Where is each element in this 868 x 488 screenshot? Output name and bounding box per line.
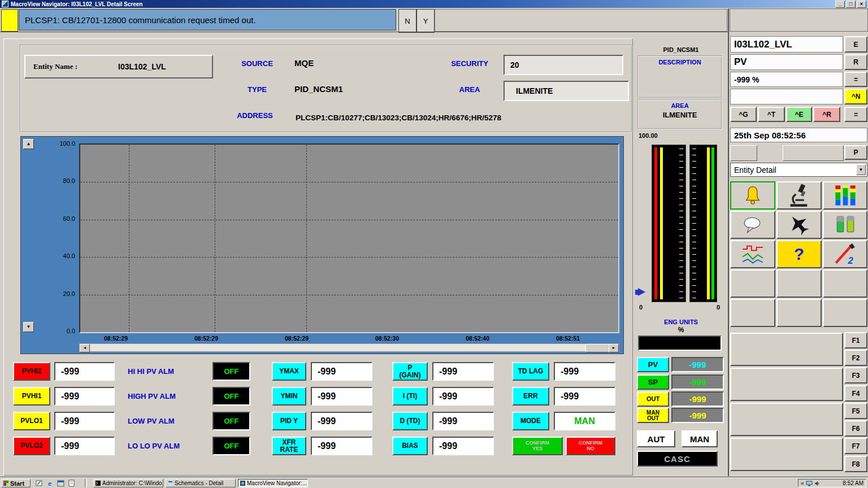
start-button[interactable]: Start: [1, 479, 31, 487]
f1-button[interactable]: F1: [844, 332, 867, 348]
tag-pvlo1-button[interactable]: PVLO1: [13, 412, 50, 430]
task-macroview[interactable]: MacroView Navigator:...: [238, 479, 308, 487]
soft-key-button[interactable]: [730, 368, 843, 401]
tray-expand-icon[interactable]: «: [801, 480, 804, 486]
xfr-rate-value-field[interactable]: -999: [311, 437, 372, 455]
alarm-ack-yes-button[interactable]: Y: [416, 9, 435, 33]
task-schematics[interactable]: Schematics - Detail: [166, 479, 236, 487]
tag-pvhi2-button[interactable]: PVHI2: [13, 362, 50, 381]
scroll-right-button[interactable]: ►: [609, 344, 619, 352]
view-selector-dropdown[interactable]: Entity Detail ▼: [730, 163, 867, 177]
i-ti-value-field[interactable]: -999: [432, 387, 494, 406]
blank-function-button[interactable]: [776, 299, 822, 327]
gauge-bar-right: [689, 145, 717, 302]
ymax-value-field[interactable]: -999: [311, 362, 372, 381]
soft-key-button[interactable]: [730, 403, 843, 436]
ymin-value-field[interactable]: -999: [311, 387, 372, 406]
blank-function-button[interactable]: [730, 299, 775, 327]
tag-pidy-button[interactable]: PID Y: [272, 412, 306, 430]
tag-td-lag-button[interactable]: TD LAG: [512, 362, 549, 381]
trend-h-scrollbar[interactable]: ◄ ►: [79, 343, 619, 352]
casc-button[interactable]: CASC: [637, 451, 718, 467]
confirm-yes-button[interactable]: CONFIRM YES: [512, 437, 563, 455]
man-button[interactable]: MAN: [682, 430, 718, 447]
key-caret-n-button[interactable]: ^N: [844, 89, 867, 104]
display-icon[interactable]: [806, 481, 813, 486]
key-caret-t-button[interactable]: ^T: [758, 107, 785, 122]
f4-button[interactable]: F4: [844, 385, 867, 402]
inspect-button[interactable]: [776, 181, 822, 210]
pvlo2-value-field[interactable]: -999: [54, 437, 115, 455]
tag-pvhi1-button[interactable]: PVHI1: [13, 387, 50, 406]
chevron-down-icon[interactable]: ▼: [856, 164, 866, 175]
d-td-value-field[interactable]: -999: [432, 412, 494, 430]
out-tag-button[interactable]: OUT: [637, 391, 669, 407]
key-p-button[interactable]: P: [844, 145, 867, 160]
bias-value-field[interactable]: -999: [432, 437, 494, 455]
trend-view-button[interactable]: [730, 240, 775, 268]
alarm-ack-no-button[interactable]: N: [398, 9, 416, 33]
overview-button[interactable]: [776, 211, 822, 239]
tag-mode-button[interactable]: MODE: [512, 412, 549, 430]
soft-key-button[interactable]: [730, 333, 843, 366]
pvlo1-desc: LOW PV ALM: [128, 412, 175, 430]
f8-button[interactable]: F8: [844, 456, 867, 472]
task-administrator[interactable]: Administrator: C:\Windo...: [93, 479, 163, 487]
document-app-icon[interactable]: [66, 479, 76, 487]
f5-button[interactable]: F5: [844, 403, 867, 419]
pv-tag-button[interactable]: PV: [637, 357, 669, 372]
blank-function-button[interactable]: [823, 299, 867, 327]
tag-i-ti-button[interactable]: I (TI): [392, 387, 428, 406]
f3-button[interactable]: F3: [844, 367, 867, 384]
volume-icon[interactable]: [814, 481, 820, 486]
soft-key-button[interactable]: [730, 438, 843, 471]
edit-button[interactable]: 2: [823, 240, 867, 268]
tag-xfr-rate-button[interactable]: XFR RATE: [272, 437, 306, 455]
f2-button[interactable]: F2: [844, 350, 867, 366]
help-button[interactable]: ?: [776, 240, 822, 268]
blank-function-button[interactable]: [730, 269, 775, 298]
tag-err-button[interactable]: ERR: [512, 387, 549, 406]
window-app-icon[interactable]: [55, 479, 66, 487]
key-equals-button[interactable]: =: [844, 72, 867, 87]
key-e-button[interactable]: E: [844, 36, 867, 53]
tag-d-td-button[interactable]: D (TD): [392, 412, 428, 430]
p-gain-value-field[interactable]: -999: [432, 362, 494, 381]
blank-function-button[interactable]: [823, 269, 867, 298]
td-lag-value-field[interactable]: -999: [554, 362, 615, 381]
key-caret-r-button[interactable]: ^R: [813, 107, 840, 122]
f6-button[interactable]: F6: [844, 420, 867, 437]
pidy-value-field[interactable]: -999: [311, 412, 372, 430]
pvlo1-value-field[interactable]: -999: [54, 412, 115, 430]
tag-pvlo2-button[interactable]: PVLO2: [13, 437, 50, 455]
key-caret-e-button[interactable]: ^E: [786, 107, 812, 122]
confirm-no-button[interactable]: CONFIRM NO: [566, 437, 615, 455]
x-tick: 08:52:29: [104, 335, 128, 342]
blank-function-button[interactable]: [776, 269, 822, 298]
bargraph-view-button[interactable]: [823, 181, 867, 210]
tag-bias-button[interactable]: BIAS: [392, 437, 428, 455]
alarm-list-button[interactable]: [730, 181, 775, 210]
scrollbar-thumb[interactable]: [585, 344, 611, 352]
ie-icon[interactable]: e: [45, 479, 55, 487]
tag-p-gain-button[interactable]: P (GAIN): [392, 362, 428, 381]
pvhi2-value-field[interactable]: -999: [54, 362, 115, 381]
sp-tag-button[interactable]: SP: [637, 374, 669, 390]
scroll-up-button[interactable]: ▲: [23, 139, 34, 149]
aut-button[interactable]: AUT: [637, 430, 675, 447]
plant-view-button[interactable]: [823, 211, 867, 239]
key-equals2-button[interactable]: =: [844, 107, 867, 122]
key-caret-g-button[interactable]: ^G: [730, 107, 757, 122]
comment-button[interactable]: [730, 211, 775, 239]
scroll-down-button[interactable]: ▼: [23, 322, 34, 332]
scroll-left-button[interactable]: ◄: [80, 344, 90, 352]
pvhi1-value-field[interactable]: -999: [54, 387, 115, 406]
tag-ymax-button[interactable]: YMAX: [272, 362, 306, 381]
show-desktop-icon[interactable]: [34, 479, 44, 487]
man-out-tag-button[interactable]: MAN OUT: [637, 408, 669, 423]
alarm-bell-icon: [743, 185, 762, 206]
tag-ymin-button[interactable]: YMIN: [272, 387, 306, 406]
err-value-field[interactable]: -999: [554, 387, 615, 406]
f7-button[interactable]: F7: [844, 438, 867, 454]
key-r-button[interactable]: R: [844, 54, 867, 70]
